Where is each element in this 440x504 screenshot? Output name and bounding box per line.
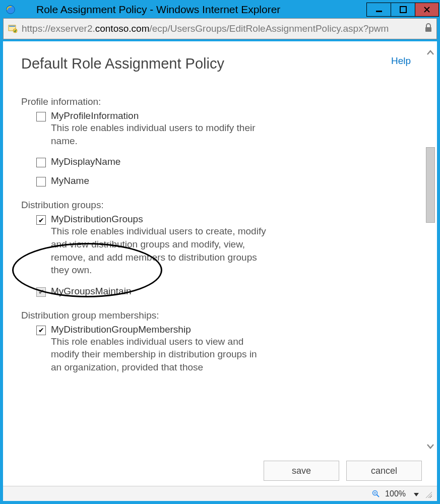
role-name: MyDisplayName — [51, 156, 120, 167]
svg-rect-7 — [425, 27, 431, 32]
role-mygroupsmaintain: MyGroupsMaintain — [36, 286, 406, 297]
scroll-up-icon[interactable] — [425, 47, 436, 58]
checkbox-myname[interactable] — [36, 177, 46, 186]
scroll-track[interactable] — [426, 61, 435, 437]
role-desc: This role enables individual users to vi… — [51, 335, 268, 374]
role-mydistributiongroupmembership: MyDistributionGroupMembership This role … — [36, 324, 406, 374]
address-bar[interactable]: https://exserver2.contoso.com/ecp/UsersG… — [3, 18, 437, 39]
maximize-button[interactable] — [391, 3, 415, 17]
checkbox-mygroupsmaintain[interactable] — [36, 287, 46, 297]
page-title: Default Role Assignment Policy — [21, 55, 406, 72]
section-distmember-label: Distribution group memberships: — [21, 310, 406, 321]
window-buttons — [366, 3, 439, 17]
role-name: MyGroupsMaintain — [51, 286, 131, 297]
section-profile-label: Profile information: — [21, 96, 406, 107]
zoom-icon[interactable] — [372, 490, 380, 498]
checkbox-myprofileinformation[interactable] — [36, 112, 46, 121]
checkbox-mydistributiongroups[interactable] — [36, 215, 46, 225]
role-name: MyDistributionGroupMembership — [51, 324, 268, 335]
ie-icon — [5, 4, 16, 15]
role-myprofileinformation: MyProfileInformation This role enables i… — [36, 110, 406, 147]
svg-rect-5 — [9, 26, 15, 27]
section-distgroups-label: Distribution groups: — [21, 200, 406, 211]
url-suffix: /ecp/UsersGroups/EditRoleAssignmentPolic… — [149, 23, 389, 34]
checkbox-mydisplayname[interactable] — [36, 158, 46, 167]
status-bar: 100% — [3, 486, 437, 501]
svg-line-9 — [377, 494, 380, 497]
minimize-button[interactable] — [366, 3, 391, 17]
url-text: https://exserver2.contoso.com/ecp/UsersG… — [22, 23, 420, 34]
checkbox-mydistributiongroupmembership[interactable] — [36, 326, 46, 335]
role-name: MyDistributionGroups — [51, 214, 268, 225]
role-desc: This role enables individual users to cr… — [51, 225, 268, 277]
role-name: MyName — [51, 175, 89, 186]
scroll-thumb[interactable] — [426, 147, 435, 223]
client-area: Help Default Role Assignment Policy Prof… — [3, 41, 437, 501]
titlebar[interactable]: Role Assignment Policy - Windows Interne… — [1, 1, 439, 18]
zoom-dropdown-icon[interactable] — [411, 489, 419, 498]
page-content: Help Default Role Assignment Policy Prof… — [3, 41, 424, 458]
lock-icon — [424, 23, 432, 34]
scroll-down-icon[interactable] — [425, 440, 436, 452]
window-frame: Role Assignment Policy - Windows Interne… — [0, 0, 440, 504]
cancel-button[interactable]: cancel — [346, 461, 422, 481]
dist-subroles: MyGroupsMaintain — [36, 286, 406, 297]
profile-subroles: MyDisplayName MyName — [36, 156, 406, 186]
close-button[interactable] — [415, 3, 439, 17]
svg-rect-2 — [376, 11, 382, 12]
dialog-buttons: save cancel — [3, 458, 437, 486]
url-domain: contoso.com — [95, 23, 150, 34]
role-mydistributiongroups: MyDistributionGroups This role enables i… — [36, 214, 406, 277]
role-desc: This role enables individual users to mo… — [51, 121, 268, 147]
url-prefix: https://exserver2. — [22, 23, 95, 34]
window-title: Role Assignment Policy - Windows Interne… — [36, 4, 366, 16]
scrollbar[interactable] — [424, 41, 437, 458]
page-favicon — [8, 24, 18, 34]
resize-grip-icon[interactable] — [424, 490, 432, 498]
role-myname: MyName — [36, 175, 406, 186]
svg-rect-3 — [400, 7, 406, 13]
help-link[interactable]: Help — [391, 55, 411, 67]
zoom-level[interactable]: 100% — [385, 489, 406, 498]
role-mydisplayname: MyDisplayName — [36, 156, 406, 167]
role-name: MyProfileInformation — [51, 110, 268, 121]
save-button[interactable]: save — [264, 461, 339, 481]
